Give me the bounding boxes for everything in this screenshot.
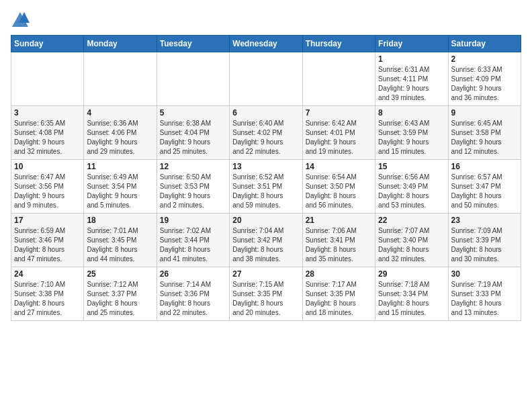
calendar-week: 1Sunrise: 6:31 AM Sunset: 4:11 PM Daylig…: [11, 52, 521, 106]
weekday-header: Thursday: [302, 36, 375, 52]
day-info: Sunrise: 6:56 AM Sunset: 3:49 PM Dayligh…: [378, 173, 445, 210]
calendar-body: 1Sunrise: 6:31 AM Sunset: 4:11 PM Daylig…: [11, 52, 521, 321]
calendar-cell: 2Sunrise: 6:33 AM Sunset: 4:09 PM Daylig…: [448, 52, 521, 106]
calendar-cell: 24Sunrise: 7:10 AM Sunset: 3:38 PM Dayli…: [11, 267, 84, 321]
calendar-cell: 6Sunrise: 6:40 AM Sunset: 4:02 PM Daylig…: [230, 106, 302, 160]
calendar-cell: 16Sunrise: 6:57 AM Sunset: 3:47 PM Dayli…: [448, 160, 521, 214]
calendar-cell: [230, 52, 302, 106]
day-number: 29: [378, 269, 445, 279]
day-number: 25: [87, 269, 153, 279]
day-info: Sunrise: 6:40 AM Sunset: 4:02 PM Dayligh…: [232, 119, 299, 156]
calendar-cell: 29Sunrise: 7:18 AM Sunset: 3:34 PM Dayli…: [375, 267, 448, 321]
day-info: Sunrise: 7:19 AM Sunset: 3:33 PM Dayligh…: [451, 280, 518, 318]
day-info: Sunrise: 7:09 AM Sunset: 3:39 PM Dayligh…: [451, 226, 518, 264]
day-number: 9: [451, 108, 518, 118]
day-number: 6: [232, 108, 299, 118]
day-info: Sunrise: 7:17 AM Sunset: 3:35 PM Dayligh…: [306, 280, 372, 318]
day-number: 16: [451, 162, 518, 171]
day-info: Sunrise: 6:50 AM Sunset: 3:53 PM Dayligh…: [160, 173, 226, 210]
weekday-header: Monday: [84, 36, 157, 52]
calendar-cell: 10Sunrise: 6:47 AM Sunset: 3:56 PM Dayli…: [11, 160, 84, 214]
day-info: Sunrise: 7:07 AM Sunset: 3:40 PM Dayligh…: [378, 226, 445, 264]
day-number: 11: [87, 162, 153, 171]
logo: [11, 11, 32, 30]
calendar-cell: 26Sunrise: 7:14 AM Sunset: 3:36 PM Dayli…: [157, 267, 229, 321]
calendar-cell: [157, 52, 229, 106]
logo-icon: [11, 11, 30, 30]
day-number: 15: [378, 162, 445, 171]
calendar-cell: 15Sunrise: 6:56 AM Sunset: 3:49 PM Dayli…: [375, 160, 448, 214]
calendar-cell: 12Sunrise: 6:50 AM Sunset: 3:53 PM Dayli…: [157, 160, 229, 214]
calendar-cell: 5Sunrise: 6:38 AM Sunset: 4:04 PM Daylig…: [157, 106, 229, 160]
day-number: 3: [14, 108, 81, 118]
day-info: Sunrise: 6:49 AM Sunset: 3:54 PM Dayligh…: [87, 173, 153, 210]
calendar-cell: 4Sunrise: 6:36 AM Sunset: 4:06 PM Daylig…: [84, 106, 157, 160]
day-number: 10: [14, 162, 81, 171]
weekday-header: Sunday: [11, 36, 84, 52]
day-info: Sunrise: 6:47 AM Sunset: 3:56 PM Dayligh…: [14, 173, 81, 210]
calendar-week: 24Sunrise: 7:10 AM Sunset: 3:38 PM Dayli…: [11, 267, 521, 321]
day-number: 24: [14, 269, 81, 279]
day-number: 4: [87, 108, 153, 118]
page-header: [11, 11, 521, 30]
day-info: Sunrise: 6:43 AM Sunset: 3:59 PM Dayligh…: [378, 119, 445, 156]
day-info: Sunrise: 7:18 AM Sunset: 3:34 PM Dayligh…: [378, 280, 445, 318]
calendar-table: SundayMondayTuesdayWednesdayThursdayFrid…: [11, 35, 521, 321]
calendar-cell: 30Sunrise: 7:19 AM Sunset: 3:33 PM Dayli…: [448, 267, 521, 321]
calendar-cell: [302, 52, 375, 106]
day-info: Sunrise: 6:54 AM Sunset: 3:50 PM Dayligh…: [306, 173, 372, 210]
day-number: 13: [232, 162, 299, 171]
calendar-cell: [11, 52, 84, 106]
day-info: Sunrise: 6:35 AM Sunset: 4:08 PM Dayligh…: [14, 119, 81, 156]
weekday-header: Wednesday: [230, 36, 302, 52]
calendar-cell: 1Sunrise: 6:31 AM Sunset: 4:11 PM Daylig…: [375, 52, 448, 106]
day-number: 14: [306, 162, 372, 171]
calendar-cell: 27Sunrise: 7:15 AM Sunset: 3:35 PM Dayli…: [230, 267, 302, 321]
day-info: Sunrise: 7:14 AM Sunset: 3:36 PM Dayligh…: [160, 280, 226, 318]
day-number: 30: [451, 269, 518, 279]
weekday-header: Saturday: [448, 36, 521, 52]
calendar-cell: [84, 52, 157, 106]
day-info: Sunrise: 7:01 AM Sunset: 3:45 PM Dayligh…: [87, 226, 153, 264]
day-info: Sunrise: 6:33 AM Sunset: 4:09 PM Dayligh…: [451, 65, 518, 103]
calendar-cell: 11Sunrise: 6:49 AM Sunset: 3:54 PM Dayli…: [84, 160, 157, 214]
day-info: Sunrise: 6:31 AM Sunset: 4:11 PM Dayligh…: [378, 65, 445, 103]
calendar-cell: 22Sunrise: 7:07 AM Sunset: 3:40 PM Dayli…: [375, 214, 448, 267]
calendar-cell: 14Sunrise: 6:54 AM Sunset: 3:50 PM Dayli…: [302, 160, 375, 214]
calendar-cell: 7Sunrise: 6:42 AM Sunset: 4:01 PM Daylig…: [302, 106, 375, 160]
day-info: Sunrise: 7:15 AM Sunset: 3:35 PM Dayligh…: [232, 280, 299, 318]
calendar-cell: 25Sunrise: 7:12 AM Sunset: 3:37 PM Dayli…: [84, 267, 157, 321]
weekday-header: Friday: [375, 36, 448, 52]
calendar-cell: 17Sunrise: 6:59 AM Sunset: 3:46 PM Dayli…: [11, 214, 84, 267]
day-info: Sunrise: 7:10 AM Sunset: 3:38 PM Dayligh…: [14, 280, 81, 318]
calendar-week: 3Sunrise: 6:35 AM Sunset: 4:08 PM Daylig…: [11, 106, 521, 160]
day-number: 21: [306, 216, 372, 225]
day-info: Sunrise: 7:06 AM Sunset: 3:41 PM Dayligh…: [306, 226, 372, 264]
calendar-cell: 9Sunrise: 6:45 AM Sunset: 3:58 PM Daylig…: [448, 106, 521, 160]
day-number: 22: [378, 216, 445, 225]
day-number: 2: [451, 54, 518, 64]
calendar-cell: 23Sunrise: 7:09 AM Sunset: 3:39 PM Dayli…: [448, 214, 521, 267]
calendar-header: SundayMondayTuesdayWednesdayThursdayFrid…: [11, 36, 521, 52]
day-number: 20: [232, 216, 299, 225]
day-info: Sunrise: 6:38 AM Sunset: 4:04 PM Dayligh…: [160, 119, 226, 156]
calendar-cell: 3Sunrise: 6:35 AM Sunset: 4:08 PM Daylig…: [11, 106, 84, 160]
calendar-cell: 19Sunrise: 7:02 AM Sunset: 3:44 PM Dayli…: [157, 214, 229, 267]
calendar-cell: 13Sunrise: 6:52 AM Sunset: 3:51 PM Dayli…: [230, 160, 302, 214]
day-info: Sunrise: 6:42 AM Sunset: 4:01 PM Dayligh…: [306, 119, 372, 156]
calendar-cell: 28Sunrise: 7:17 AM Sunset: 3:35 PM Dayli…: [302, 267, 375, 321]
day-info: Sunrise: 7:12 AM Sunset: 3:37 PM Dayligh…: [87, 280, 153, 318]
weekday-header: Tuesday: [157, 36, 229, 52]
day-info: Sunrise: 6:36 AM Sunset: 4:06 PM Dayligh…: [87, 119, 153, 156]
day-info: Sunrise: 6:59 AM Sunset: 3:46 PM Dayligh…: [14, 226, 81, 264]
day-number: 8: [378, 108, 445, 118]
day-number: 18: [87, 216, 153, 225]
calendar-cell: 20Sunrise: 7:04 AM Sunset: 3:42 PM Dayli…: [230, 214, 302, 267]
day-number: 1: [378, 54, 445, 64]
day-number: 27: [232, 269, 299, 279]
calendar-cell: 18Sunrise: 7:01 AM Sunset: 3:45 PM Dayli…: [84, 214, 157, 267]
day-number: 7: [306, 108, 372, 118]
header-row: SundayMondayTuesdayWednesdayThursdayFrid…: [11, 36, 521, 52]
day-number: 28: [306, 269, 372, 279]
calendar-cell: 8Sunrise: 6:43 AM Sunset: 3:59 PM Daylig…: [375, 106, 448, 160]
